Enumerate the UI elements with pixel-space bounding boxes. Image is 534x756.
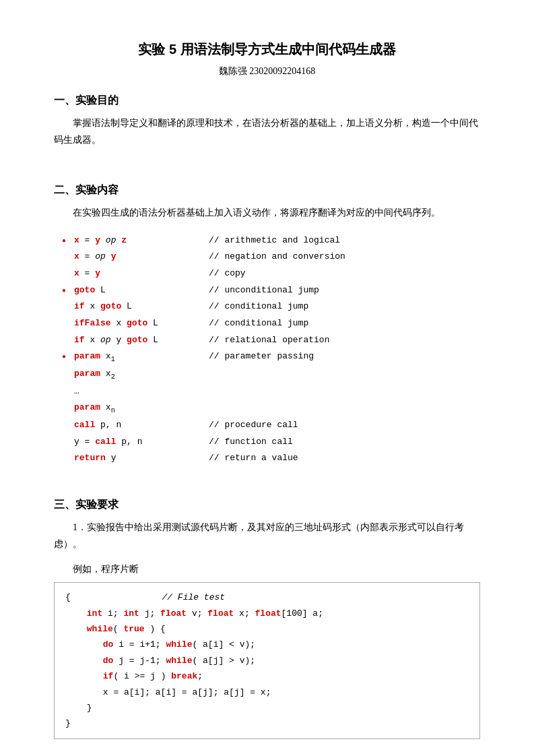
code-line-3d: param xn (74, 400, 209, 417)
code-line-block-1: int i; int j; float v; float x; float[10… (65, 606, 469, 621)
section-1-content: 掌握语法制导定义和翻译的原理和技术，在语法分析器的基础上，加上语义分析，构造一个… (54, 115, 480, 148)
code-line-block-3: do i = i+1; while( a[i] < v); (65, 637, 469, 652)
comment-2a: // unconditional jump (209, 282, 319, 299)
code-line-3e: call p, n (74, 417, 209, 434)
code-line-block-5: if( i >= j ) break; (65, 668, 469, 684)
code-line-2d: if x op y goto L (74, 332, 209, 349)
section-3-heading: 三、实验要求 (54, 498, 480, 512)
comment-3a: // parameter passing (209, 348, 314, 365)
code-line-3c: … (74, 383, 209, 400)
section-1-heading: 一、实验目的 (54, 94, 480, 108)
comment-3e: // procedure call (209, 417, 298, 434)
comment-2c: // conditional jump (209, 315, 308, 332)
code-line-2a: goto L (74, 282, 209, 299)
section-2: 二、实验内容 在实验四生成的语法分析器基础上加入语义动作，将源程序翻译为对应的中… (54, 183, 480, 467)
code-line-block-7: } (65, 700, 469, 716)
section-2-intro: 在实验四生成的语法分析器基础上加入语义动作，将源程序翻译为对应的中间代码序列。 (54, 204, 480, 221)
section-1: 一、实验目的 掌握语法制导定义和翻译的原理和技术，在语法分析器的基础上，加上语义… (54, 94, 480, 148)
section-3-req1: 1．实验报告中给出采用测试源代码片断，及其对应的三地址码形式（内部表示形式可以自… (54, 519, 480, 553)
code-line-block-8: } (65, 716, 469, 731)
code-forms-list: x = y op z // arithmetic and logical x =… (54, 232, 480, 467)
code-line-2b: if x goto L (74, 298, 209, 315)
author-line: 魏陈强 23020092204168 (54, 65, 480, 77)
code-line-1a: x = y op z (74, 232, 209, 249)
list-item-3: param x1 // parameter passing param x2 …… (74, 348, 480, 467)
code-block: { // File test int i; int j; float v; fl… (54, 582, 480, 739)
page-title: 实验 5 用语法制导方式生成中间代码生成器 (54, 40, 480, 59)
code-line-block-2: while( true ) { (65, 621, 469, 637)
comment-3g: // return a value (209, 450, 298, 467)
comment-1b: // negation and conversion (209, 249, 345, 265)
list-item-1: x = y op z // arithmetic and logical x =… (74, 232, 480, 282)
comment-2b: // conditional jump (209, 298, 308, 315)
section-3: 三、实验要求 1．实验报告中给出采用测试源代码片断，及其对应的三地址码形式（内部… (54, 498, 480, 739)
section-2-heading: 二、实验内容 (54, 183, 480, 197)
comment-1a: // arithmetic and logical (209, 232, 340, 249)
code-line-2c: ifFalse x goto L (74, 315, 209, 332)
list-item-2: goto L // unconditional jump if x goto L… (74, 282, 480, 349)
code-line-3g: return y (74, 450, 209, 467)
code-line-block-4: do j = j-1; while( a[j] > v); (65, 653, 469, 668)
code-line-3f: y = call p, n (74, 434, 209, 451)
code-line-1c: x = y (74, 265, 209, 282)
code-line-block-0: { // File test (65, 590, 469, 605)
code-line-3b: param x2 (74, 366, 209, 383)
code-line-1b: x = op y (74, 249, 209, 265)
code-line-block-6: x = a[i]; a[i] = a[j]; a[j] = x; (65, 685, 469, 700)
code-line-3a: param x1 (74, 348, 209, 366)
comment-3f: // function call (209, 434, 293, 451)
comment-1c: // copy (209, 265, 246, 282)
example-label: 例如，程序片断 (54, 563, 480, 575)
comment-2d: // relational operation (209, 332, 329, 349)
